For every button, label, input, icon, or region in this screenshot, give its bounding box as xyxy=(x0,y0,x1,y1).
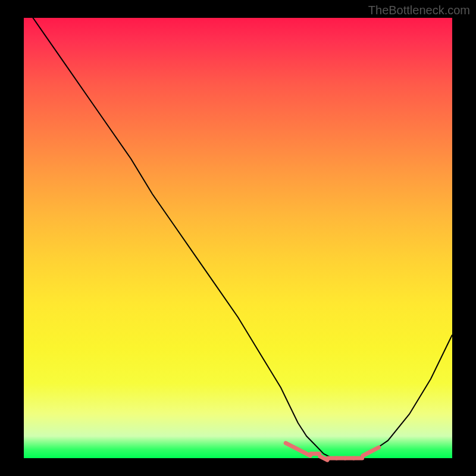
marker-segment xyxy=(286,443,293,447)
bottleneck-curve xyxy=(24,5,452,458)
marker-segment xyxy=(371,447,378,451)
plot-area xyxy=(24,18,452,458)
marker-segment xyxy=(363,452,370,455)
highlight-markers xyxy=(286,443,378,461)
chart-svg xyxy=(24,18,452,458)
chart-container: TheBottleneck.com xyxy=(0,0,476,476)
watermark-text: TheBottleneck.com xyxy=(368,4,470,17)
marker-segment xyxy=(295,447,302,451)
